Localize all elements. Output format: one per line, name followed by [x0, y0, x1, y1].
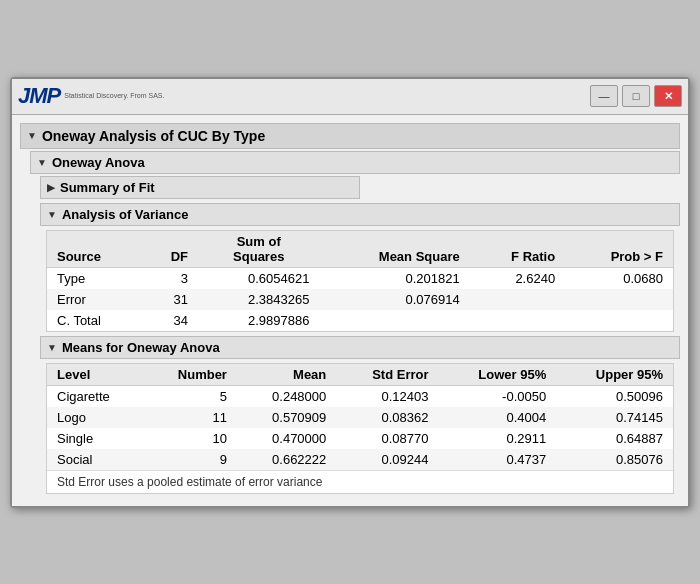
anova-cell-2-4 [470, 310, 565, 331]
anova-cell-1-4 [470, 289, 565, 310]
means-cell-1-3: 0.08362 [336, 407, 438, 428]
window-controls: — □ ✕ [590, 85, 682, 107]
analysis-of-variance-label: Analysis of Variance [62, 207, 188, 222]
minimize-button[interactable]: — [590, 85, 618, 107]
anova-cell-0-1: 3 [142, 267, 198, 289]
anova-header-row: Source DF Sum ofSquares Mean Square F Ra… [47, 231, 673, 268]
main-window: JMP Statistical Discovery. From SAS. — □… [10, 77, 690, 508]
col-f-ratio: F Ratio [470, 231, 565, 268]
col-lower-95: Lower 95% [439, 364, 557, 386]
means-cell-2-4: 0.2911 [439, 428, 557, 449]
means-cell-0-4: -0.0050 [439, 385, 557, 407]
means-table: Level Number Mean Std Error Lower 95% Up… [47, 364, 673, 470]
means-row-0: Cigarette50.2480000.12403-0.00500.50096 [47, 385, 673, 407]
col-source: Source [47, 231, 142, 268]
anova-row-0: Type30.60546210.2018212.62400.0680 [47, 267, 673, 289]
col-mean: Mean [237, 364, 336, 386]
col-sum-squares: Sum ofSquares [198, 231, 319, 268]
collapse-triangle-main: ▼ [27, 130, 37, 141]
col-upper-95: Upper 95% [556, 364, 673, 386]
anova-table: Source DF Sum ofSquares Mean Square F Ra… [47, 231, 673, 331]
anova-table-body: Type30.60546210.2018212.62400.0680Error3… [47, 267, 673, 331]
anova-inner-section: ▶ Summary of Fit ▼ Analysis of Variance … [40, 176, 680, 494]
anova-cell-2-1: 34 [142, 310, 198, 331]
anova-cell-2-3 [319, 310, 469, 331]
means-label: Means for Oneway Anova [62, 340, 220, 355]
means-cell-1-2: 0.570909 [237, 407, 336, 428]
anova-cell-0-3: 0.201821 [319, 267, 469, 289]
means-cell-2-5: 0.64887 [556, 428, 673, 449]
oneway-anova-section: ▼ Oneway Anova ▶ Summary of Fit ▼ Analys… [30, 151, 680, 494]
anova-cell-0-4: 2.6240 [470, 267, 565, 289]
anova-cell-1-1: 31 [142, 289, 198, 310]
means-table-container: Level Number Mean Std Error Lower 95% Up… [46, 363, 674, 494]
col-std-error: Std Error [336, 364, 438, 386]
means-cell-2-3: 0.08770 [336, 428, 438, 449]
means-cell-1-0: Logo [47, 407, 144, 428]
close-button[interactable]: ✕ [654, 85, 682, 107]
anova-cell-1-2: 2.3843265 [198, 289, 319, 310]
summary-of-fit-header[interactable]: ▶ Summary of Fit [40, 176, 360, 199]
anova-cell-2-5 [565, 310, 673, 331]
jmp-logo: JMP [18, 85, 60, 107]
means-row-1: Logo110.5709090.083620.40040.74145 [47, 407, 673, 428]
col-number: Number [144, 364, 237, 386]
collapse-triangle-anova: ▼ [37, 157, 47, 168]
means-cell-3-4: 0.4737 [439, 449, 557, 470]
col-level: Level [47, 364, 144, 386]
app-logo-area: JMP Statistical Discovery. From SAS. [18, 85, 164, 107]
means-row-3: Social90.6622220.092440.47370.85076 [47, 449, 673, 470]
maximize-button[interactable]: □ [622, 85, 650, 107]
titlebar: JMP Statistical Discovery. From SAS. — □… [12, 79, 688, 115]
anova-cell-1-5 [565, 289, 673, 310]
col-mean-square: Mean Square [319, 231, 469, 268]
means-cell-0-0: Cigarette [47, 385, 144, 407]
collapse-triangle-variance: ▼ [47, 209, 57, 220]
means-row-2: Single100.4700000.087700.29110.64887 [47, 428, 673, 449]
main-content: ▼ Oneway Analysis of CUC By Type ▼ Onewa… [12, 115, 688, 506]
means-cell-3-5: 0.85076 [556, 449, 673, 470]
main-section-header[interactable]: ▼ Oneway Analysis of CUC By Type [20, 123, 680, 149]
anova-cell-0-2: 0.6054621 [198, 267, 319, 289]
jmp-tagline: Statistical Discovery. From SAS. [64, 92, 164, 100]
anova-row-2: C. Total342.9897886 [47, 310, 673, 331]
anova-cell-2-2: 2.9897886 [198, 310, 319, 331]
means-cell-3-0: Social [47, 449, 144, 470]
means-cell-0-3: 0.12403 [336, 385, 438, 407]
main-title: Oneway Analysis of CUC By Type [42, 128, 265, 144]
means-cell-2-1: 10 [144, 428, 237, 449]
means-cell-3-2: 0.662222 [237, 449, 336, 470]
means-cell-0-1: 5 [144, 385, 237, 407]
anova-table-container: Source DF Sum ofSquares Mean Square F Ra… [46, 230, 674, 332]
oneway-anova-label: Oneway Anova [52, 155, 145, 170]
anova-cell-2-0: C. Total [47, 310, 142, 331]
means-cell-1-4: 0.4004 [439, 407, 557, 428]
collapse-triangle-means: ▼ [47, 342, 57, 353]
means-cell-3-3: 0.09244 [336, 449, 438, 470]
col-prob-f: Prob > F [565, 231, 673, 268]
means-cell-1-1: 11 [144, 407, 237, 428]
means-table-body: Cigarette50.2480000.12403-0.00500.50096L… [47, 385, 673, 470]
means-cell-3-1: 9 [144, 449, 237, 470]
means-cell-1-5: 0.74145 [556, 407, 673, 428]
means-header[interactable]: ▼ Means for Oneway Anova [40, 336, 680, 359]
footer-note: Std Error uses a pooled estimate of erro… [47, 470, 673, 493]
summary-of-fit-label: Summary of Fit [60, 180, 155, 195]
oneway-anova-header[interactable]: ▼ Oneway Anova [30, 151, 680, 174]
means-cell-0-5: 0.50096 [556, 385, 673, 407]
anova-cell-1-0: Error [47, 289, 142, 310]
anova-cell-0-5: 0.0680 [565, 267, 673, 289]
means-cell-0-2: 0.248000 [237, 385, 336, 407]
means-cell-2-0: Single [47, 428, 144, 449]
analysis-of-variance-header[interactable]: ▼ Analysis of Variance [40, 203, 680, 226]
anova-cell-1-3: 0.076914 [319, 289, 469, 310]
means-header-row: Level Number Mean Std Error Lower 95% Up… [47, 364, 673, 386]
means-cell-2-2: 0.470000 [237, 428, 336, 449]
col-df: DF [142, 231, 198, 268]
anova-cell-0-0: Type [47, 267, 142, 289]
anova-row-1: Error312.38432650.076914 [47, 289, 673, 310]
expand-triangle-summary: ▶ [47, 182, 55, 193]
